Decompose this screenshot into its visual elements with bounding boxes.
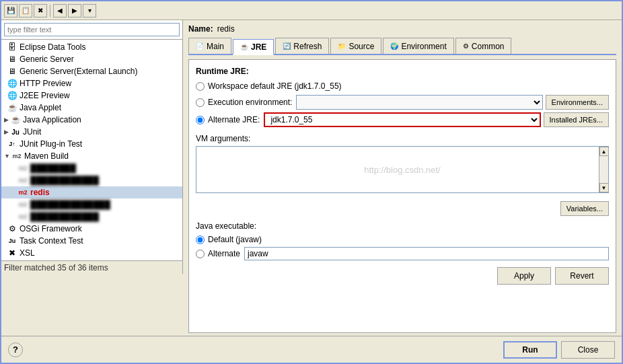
tree-item-label: JUnit: [23, 127, 41, 137]
generic-server-ext-icon: 🖥: [7, 66, 17, 77]
jre-tab-icon: ☕: [240, 43, 248, 50]
environments-button[interactable]: Environments...: [546, 95, 609, 110]
name-value: redis: [217, 24, 235, 34]
name-label: Name:: [188, 24, 213, 34]
default-javaw-radio[interactable]: [196, 235, 205, 244]
tabs-container: 📄 Main ☕ JRE 🔄 Refresh 📁 Source 🌍: [188, 38, 616, 55]
alternate-javaw-input[interactable]: [244, 247, 609, 260]
execution-env-row: Execution environment: Environments...: [196, 95, 609, 110]
generic-server-icon: 🖥: [7, 54, 17, 65]
tree-item-maven-3[interactable]: m2 ██████████████: [1, 198, 182, 211]
tree-item-label: HTTP Preview: [20, 79, 71, 88]
filter-status: Filter matched 35 of 36 items: [1, 260, 182, 274]
left-panel: 🗄 Eclipse Data Tools 🖥 Generic Server 🖥 …: [1, 20, 183, 336]
tree-item-http-preview[interactable]: 🌐 HTTP Preview: [1, 77, 182, 89]
maven-2-icon: m2: [17, 175, 28, 186]
variables-button[interactable]: Variables...: [560, 201, 609, 216]
tree-item-label: Task Context Test: [20, 236, 83, 246]
tree-item-java-applet[interactable]: ☕ Java Applet: [1, 102, 182, 114]
tab-source[interactable]: 📁 Source: [330, 38, 381, 54]
installed-jres-button[interactable]: Installed JREs...: [544, 112, 609, 127]
bottom-right: Run Close: [503, 341, 615, 359]
execution-env-select[interactable]: [296, 95, 542, 110]
tree-item-osgi[interactable]: ⚙ OSGi Framework: [1, 223, 182, 235]
env-tab-icon: 🌍: [390, 42, 398, 50]
scrollbar-up-arrow[interactable]: ▲: [599, 147, 609, 156]
dropdown-button[interactable]: ▾: [83, 4, 96, 17]
delete-button[interactable]: ✖: [34, 4, 47, 17]
xsl-icon: ✖: [7, 248, 17, 258]
tree-item-j2ee-preview[interactable]: 🌐 J2EE Preview: [1, 89, 182, 102]
filter-box: [1, 20, 182, 40]
tree-item-redis[interactable]: m2 redis: [1, 186, 182, 198]
scrollbar-down-arrow[interactable]: ▼: [599, 183, 609, 192]
back-button[interactable]: ◀: [53, 4, 67, 17]
tree-item-generic-server[interactable]: 🖥 Generic Server: [1, 53, 182, 65]
variables-btn-row: Variables...: [196, 201, 609, 216]
maven-1-icon: m2: [17, 163, 28, 174]
refresh-tab-icon: 🔄: [283, 42, 291, 50]
tree-item-java-application[interactable]: ▶ ☕ Java Application: [1, 114, 182, 126]
alternate-jre-row: Alternate JRE: jdk1.7.0_55 Installed JRE…: [196, 112, 609, 127]
tree-item-task-context[interactable]: Ju Task Context Test: [1, 235, 182, 247]
tree-item-junit[interactable]: ▶ Ju JUnit: [1, 126, 182, 138]
tree-item-maven-4[interactable]: m2 ████████████: [1, 211, 182, 223]
save-button[interactable]: 💾: [4, 4, 17, 17]
tab-common[interactable]: ⚙ Common: [455, 38, 512, 54]
revert-button[interactable]: Revert: [555, 267, 609, 285]
tree-item-maven-build[interactable]: ▼ m2 Maven Build: [1, 150, 182, 162]
tree-item-maven-1[interactable]: m2 ████████: [1, 162, 182, 174]
alternate-jre-radio[interactable]: [196, 116, 205, 124]
tree-panel: 🗄 Eclipse Data Tools 🖥 Generic Server 🖥 …: [1, 20, 183, 274]
alternate-javaw-radio[interactable]: [196, 250, 205, 258]
tree-item-label: ████████████: [30, 212, 99, 221]
tab-refresh[interactable]: 🔄 Refresh: [275, 38, 329, 54]
runtime-jre-label: Runtime JRE:: [196, 67, 609, 76]
junit-plugin-icon: J↑: [7, 139, 17, 149]
close-button[interactable]: Close: [561, 341, 615, 359]
osgi-icon: ⚙: [7, 223, 17, 234]
tab-environment[interactable]: 🌍 Environment: [383, 38, 453, 54]
tree-item-label: OSGi Framework: [20, 224, 82, 233]
vm-args-textarea[interactable]: [201, 147, 603, 192]
tree-item-generic-server-ext[interactable]: 🖥 Generic Server(External Launch): [1, 65, 182, 77]
vm-args-scrollbar: ▲ ▼: [599, 147, 608, 192]
tree-item-xsl[interactable]: ✖ XSL: [1, 247, 182, 259]
bottom-left: ?: [8, 342, 23, 357]
toolbar-separator: [50, 5, 50, 17]
j2ee-preview-icon: 🌐: [7, 90, 17, 101]
tree-item-label: ████████: [30, 163, 76, 173]
tree-item-eclipse-data-tools[interactable]: 🗄 Eclipse Data Tools: [1, 41, 182, 53]
tree-item-label: ████████████: [30, 176, 99, 185]
apply-button[interactable]: Apply: [497, 267, 551, 285]
tree-item-label: JUnit Plug-in Test: [20, 139, 82, 149]
tree-item-label: Java Applet: [20, 103, 61, 112]
workspace-default-radio[interactable]: [196, 82, 205, 91]
expand-arrow: ▶: [4, 129, 9, 135]
alternate-jre-select[interactable]: jdk1.7.0_55: [264, 112, 540, 127]
alternate-javaw-row: Alternate: [196, 247, 609, 260]
java-exec-section: Java executable: Default (javaw) Alterna…: [196, 221, 609, 263]
java-application-icon: ☕: [10, 114, 21, 125]
copy-button[interactable]: 📋: [19, 4, 32, 17]
execution-env-select-wrapper: [296, 95, 542, 110]
vm-args-section: VM arguments: ▲ ▼ http://blog.csdn.net/: [196, 134, 609, 193]
tab-source-label: Source: [349, 42, 374, 51]
filter-input[interactable]: [4, 23, 180, 36]
help-button[interactable]: ?: [8, 342, 23, 357]
tree-item-maven-2[interactable]: m2 ████████████: [1, 174, 182, 186]
forward-button[interactable]: ▶: [68, 4, 81, 17]
execution-env-radio[interactable]: [196, 98, 205, 107]
maven-build-icon: m2: [11, 151, 22, 161]
bottom-bar: ? Run Close: [1, 336, 622, 363]
maven-4-icon: m2: [17, 211, 28, 222]
workspace-default-row: Workspace default JRE (jdk1.7.0_55): [196, 81, 609, 91]
task-context-icon: Ju: [7, 235, 17, 246]
run-button[interactable]: Run: [503, 341, 557, 359]
eclipse-data-tools-icon: 🗄: [7, 42, 17, 52]
tab-main[interactable]: 📄 Main: [188, 38, 231, 54]
main-content-area: 🗄 Eclipse Data Tools 🖥 Generic Server 🖥 …: [1, 20, 622, 336]
tab-jre[interactable]: ☕ JRE: [233, 39, 274, 55]
tree-item-junit-plugin[interactable]: J↑ JUnit Plug-in Test: [1, 138, 182, 150]
tree-area: 🗄 Eclipse Data Tools 🖥 Generic Server 🖥 …: [1, 40, 182, 260]
